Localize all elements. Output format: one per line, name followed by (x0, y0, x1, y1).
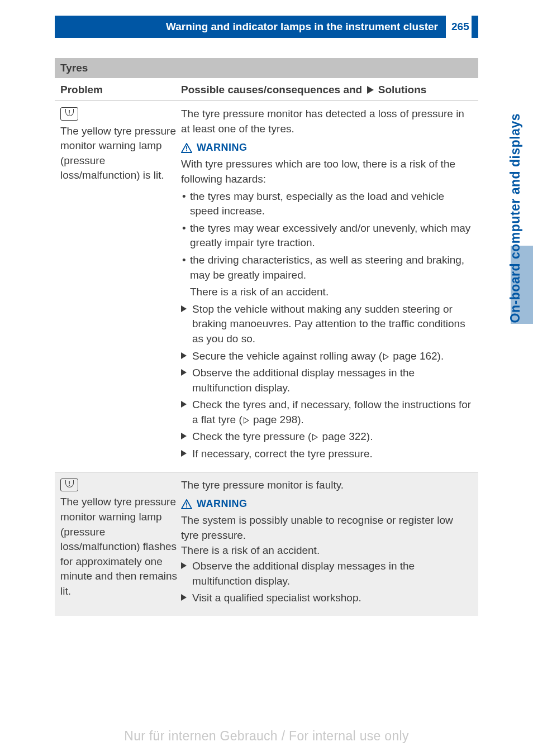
triangle-right-icon (181, 369, 187, 376)
problem-text: The yellow tyre pressure monitor warning… (60, 495, 181, 599)
col-header-solutions-prefix: Possible causes/consequences and (181, 84, 362, 95)
triangle-right-icon (181, 305, 187, 312)
action-text: If necessary, correct the tyre pressure. (192, 448, 373, 460)
warning-heading: WARNING (181, 141, 473, 155)
action-item: Visit a qualified specialist workshop. (181, 591, 473, 606)
hazard-list: the tyres may burst, especially as the l… (181, 189, 473, 283)
warning-text: With tyre pressures which are too low, t… (181, 157, 473, 186)
action-page-ref: page 322). (319, 430, 373, 442)
table-header-row: Problem Possible causes/consequences and… (55, 78, 478, 101)
page-content: Warning and indicator lamps in the instr… (0, 0, 478, 616)
action-item: Check the tyre pressure ( page 322). (181, 429, 473, 444)
action-text: Stop the vehicle without making any sudd… (192, 303, 465, 344)
warning-text-1: The system is possibly unable to recogni… (181, 513, 473, 543)
actions-list: Stop the vehicle without making any sudd… (181, 302, 473, 462)
page-ref-icon (312, 434, 318, 441)
triangle-right-icon (181, 433, 187, 439)
actions-list: Observe the additional display messages … (181, 559, 473, 606)
action-item: Secure the vehicle against rolling away … (181, 349, 473, 364)
action-page-ref: page 298). (250, 414, 304, 425)
section-title: Tyres (55, 58, 478, 78)
triangle-right-icon (181, 562, 187, 569)
problem-cell: The yellow tyre pressure monitor warning… (60, 478, 181, 608)
page-header: Warning and indicator lamps in the instr… (55, 16, 478, 38)
triangle-right-icon (181, 401, 187, 408)
svg-point-3 (186, 506, 187, 508)
warning-heading: WARNING (181, 497, 473, 511)
list-item: the tyres may burst, especially as the l… (181, 189, 473, 219)
table-row: The yellow tyre pressure monitor warning… (55, 472, 478, 616)
list-item: the driving characteristics, as well as … (181, 253, 473, 283)
solution-cell: The tyre pressure monitor is faulty. WAR… (181, 478, 473, 608)
column-header-problem: Problem (60, 84, 181, 96)
problem-cell: The yellow tyre pressure monitor warning… (60, 107, 181, 464)
intro-text: The tyre pressure monitor is faulty. (181, 478, 473, 493)
warning-triangle-icon (181, 499, 192, 509)
action-text: Visit a qualified specialist workshop. (192, 592, 361, 604)
action-item: If necessary, correct the tyre pressure. (181, 447, 473, 462)
intro-text: The tyre pressure monitor has detected a… (181, 107, 473, 136)
warning-text-2: There is a risk of an accident. (181, 543, 473, 558)
list-item: the tyres may wear excessively and/or un… (181, 221, 473, 251)
triangle-right-icon (367, 86, 374, 94)
warning-label-text: WARNING (197, 497, 248, 511)
triangle-right-icon (181, 352, 187, 359)
triangle-right-icon (181, 450, 187, 457)
warning-triangle-icon (181, 143, 192, 153)
svg-point-1 (186, 150, 187, 151)
side-tab: On-board computer and displays (503, 60, 527, 323)
action-text-prefix: Check the tyre pressure ( (192, 430, 311, 442)
side-tab-label: On-board computer and displays (508, 113, 523, 323)
tyre-pressure-warning-icon (60, 479, 78, 492)
table-row: The yellow tyre pressure monitor warning… (55, 101, 478, 472)
action-text: Observe the additional display messages … (192, 367, 415, 394)
page-title: Warning and indicator lamps in the instr… (166, 21, 438, 33)
action-item: Stop the vehicle without making any sudd… (181, 302, 473, 347)
solution-cell: The tyre pressure monitor has detected a… (181, 107, 473, 464)
problem-text: The yellow tyre pressure monitor warning… (60, 124, 181, 183)
column-header-solutions: Possible causes/consequences and Solutio… (181, 84, 473, 96)
triangle-right-icon (181, 594, 187, 601)
action-item: Check the tyres and, if necessary, follo… (181, 398, 473, 427)
action-text-prefix: Secure the vehicle against rolling away … (192, 350, 382, 362)
page-ref-icon (383, 353, 389, 360)
action-item: Observe the additional display messages … (181, 559, 473, 588)
col-header-solutions-suffix: Solutions (378, 84, 427, 95)
page-ref-icon (244, 417, 249, 424)
accident-risk-text: There is a risk of an accident. (181, 285, 473, 300)
action-text-prefix: Check the tyres and, if necessary, follo… (192, 399, 471, 425)
action-text: Observe the additional display messages … (192, 560, 415, 587)
action-page-ref: page 162). (390, 350, 444, 362)
tyre-pressure-warning-icon (60, 107, 78, 121)
footer-watermark: Nur für internen Gebrauch / For internal… (0, 729, 533, 744)
page-number: 265 (446, 16, 472, 38)
action-item: Observe the additional display messages … (181, 366, 473, 395)
warning-label-text: WARNING (197, 141, 248, 155)
